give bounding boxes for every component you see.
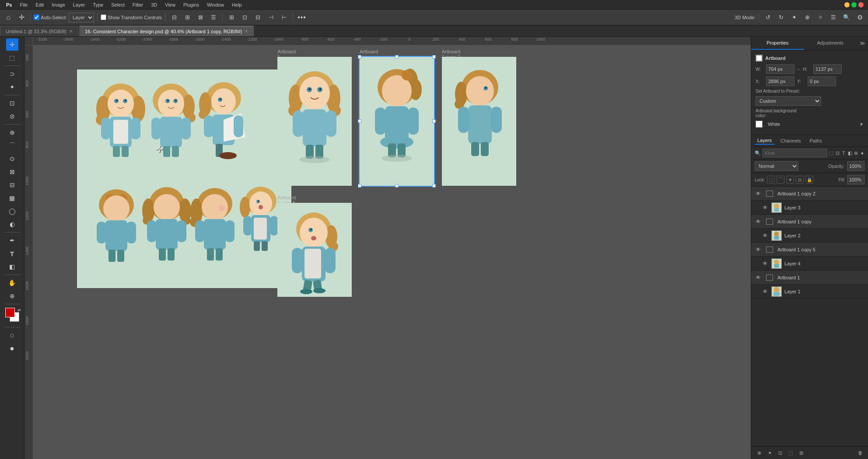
light-btn[interactable]: ✧ <box>815 12 826 23</box>
foreground-color-swatch[interactable] <box>5 308 15 317</box>
properties-collapse-btn[interactable]: ≫ <box>857 37 868 50</box>
delete-layer-btn[interactable]: 🗑 <box>856 449 864 457</box>
tab-adjustments[interactable]: Adjustments <box>804 37 857 50</box>
layers-tab-layers[interactable]: Layers <box>755 137 774 145</box>
layer-item-layer3[interactable]: 👁 Layer 3 <box>751 201 868 215</box>
handle-br[interactable] <box>432 184 436 188</box>
distribute-bottom-btn[interactable]: ⊟ <box>252 12 263 23</box>
layer-vis-layer3[interactable]: 👁 <box>762 204 769 211</box>
filter-pixel-btn[interactable]: ⬚ <box>829 149 833 157</box>
lock-image-btn[interactable]: ⌒ <box>777 176 784 184</box>
hand-tool[interactable]: ✋ <box>6 277 18 289</box>
auto-select-checkbox[interactable] <box>34 14 39 20</box>
gradient-tool[interactable]: ▦ <box>6 192 18 204</box>
close-btn[interactable] <box>858 2 864 7</box>
menu-image[interactable]: Image <box>48 1 69 8</box>
menu-window[interactable]: Window <box>203 1 228 8</box>
layer-vis-artboard1copy[interactable]: 👁 <box>755 218 762 225</box>
tab-close-consistent[interactable]: ✕ <box>245 29 248 34</box>
layers-search-input[interactable] <box>763 149 827 157</box>
show-transform-checkbox[interactable] <box>101 14 106 20</box>
screen-mode-btn[interactable]: ⬢ <box>6 342 18 355</box>
handle-mr[interactable] <box>432 119 436 123</box>
layer-item-layer4[interactable]: 👁 Layer 4 <box>751 257 868 271</box>
auto-select-dropdown[interactable]: Layer <box>69 13 94 22</box>
zoom-tool[interactable]: ⊕ <box>6 290 18 302</box>
tab-consistent-char[interactable]: 16- Consistent Character design.psd @ 40… <box>79 26 254 36</box>
blur-tool[interactable]: ◯ <box>6 205 18 217</box>
marquee-tool[interactable]: ⬚ <box>6 52 18 64</box>
layer-vis-layer1[interactable]: 👁 <box>762 288 769 295</box>
blend-mode-select[interactable]: Normal <box>755 161 798 171</box>
bg-color-dropdown-arrow[interactable]: ▼ <box>859 122 864 127</box>
camera-btn[interactable]: ⊕ <box>802 12 813 23</box>
handle-bc[interactable] <box>395 184 399 188</box>
menu-type[interactable]: Type <box>89 1 107 8</box>
handle-bl[interactable] <box>358 184 361 188</box>
layer-vis-artboard1copy5[interactable]: 👁 <box>755 246 762 253</box>
distribute-right-btn[interactable]: ⊢ <box>278 12 290 23</box>
distribute-center-btn[interactable]: ⊡ <box>239 12 250 23</box>
prop-y-input[interactable] <box>808 76 836 86</box>
tab-properties[interactable]: Properties <box>751 37 804 50</box>
filter-shape-btn[interactable]: ◧ <box>848 149 852 157</box>
magic-wand-tool[interactable]: ✦ <box>6 81 18 93</box>
artboard-main[interactable]: ✛ <box>77 70 291 288</box>
filter-type-btn[interactable]: T <box>841 149 846 157</box>
prop-width-input[interactable] <box>766 64 794 74</box>
handle-tr[interactable] <box>432 55 436 59</box>
lock-all-btn[interactable]: 🔒 <box>805 176 813 184</box>
dodge-tool[interactable]: ◐ <box>6 218 18 230</box>
layer-vis-artboard1copy2[interactable]: 👁 <box>755 190 762 197</box>
menu-view[interactable]: View <box>161 1 179 8</box>
add-mask-btn[interactable]: ⊡ <box>776 449 784 457</box>
settings-btn[interactable]: ⚙ <box>854 12 865 23</box>
new-layer-btn[interactable]: ⊞ <box>797 449 805 457</box>
align-full-btn[interactable]: ☰ <box>208 12 219 23</box>
more-options-btn[interactable]: ••• <box>296 12 308 23</box>
quick-mask-btn[interactable]: ⬡ <box>6 329 18 341</box>
history-brush-tool[interactable]: ⊠ <box>6 166 18 178</box>
artboard1copy2[interactable] <box>442 57 516 186</box>
prop-x-input[interactable] <box>766 76 794 86</box>
text-tool[interactable]: T <box>6 247 18 260</box>
menu-ps[interactable]: Ps <box>3 1 15 8</box>
maximize-btn[interactable] <box>851 2 857 7</box>
canvas-viewport[interactable]: ✛ Artboard 1 <box>33 45 751 459</box>
shape-tool[interactable]: ◧ <box>6 261 18 273</box>
crop-tool[interactable]: ⊡ <box>6 97 18 109</box>
link-layers-btn[interactable]: ⊕ <box>755 449 763 457</box>
layer-vis-artboard1[interactable]: 👁 <box>755 274 762 281</box>
preset-select[interactable]: Custom <box>756 96 821 106</box>
layer-item-artboard1[interactable]: 👁 Artboard 1 <box>751 271 868 285</box>
lock-position-btn[interactable]: ✛ <box>786 176 794 184</box>
menu-file[interactable]: File <box>16 1 31 8</box>
menu-plugins[interactable]: Plugins <box>180 1 203 8</box>
menu-layer[interactable]: Layer <box>70 1 89 8</box>
bg-color-swatch[interactable] <box>756 121 763 128</box>
filter-toggle-btn[interactable]: ● <box>860 149 864 157</box>
artboard1[interactable] <box>277 57 352 186</box>
menu-3d[interactable]: 3D <box>147 1 161 8</box>
menu-filter[interactable]: Filter <box>129 1 147 8</box>
fill-input[interactable] <box>847 175 864 184</box>
minimize-btn[interactable] <box>844 2 850 7</box>
layer-item-layer1[interactable]: 👁 Layer 1 <box>751 285 868 299</box>
artboard1copy5[interactable] <box>277 203 352 297</box>
handle-tl[interactable] <box>358 55 361 59</box>
eyedropper-tool[interactable]: ⊘ <box>6 110 18 122</box>
layer-vis-layer4[interactable]: 👁 <box>762 260 769 267</box>
handle-ml[interactable] <box>358 119 361 123</box>
filter-smart-btn[interactable]: ⊕ <box>854 149 858 157</box>
layer-vis-layer2[interactable]: 👁 <box>762 232 769 239</box>
layers-tab-paths[interactable]: Paths <box>807 137 825 144</box>
reset-btn[interactable]: ↻ <box>775 12 787 23</box>
move-tool[interactable]: ✛ <box>6 38 18 51</box>
align-left-btn[interactable]: ⊟ <box>168 12 180 23</box>
distribute-left-btn[interactable]: ⊣ <box>265 12 276 23</box>
opacity-input[interactable] <box>847 161 864 171</box>
eraser-tool[interactable]: ⊟ <box>6 179 18 191</box>
pen-tool[interactable]: ✒ <box>6 234 18 247</box>
add-style-btn[interactable]: ✦ <box>765 449 774 457</box>
filter-adjust-btn[interactable]: ⊡ <box>835 149 840 157</box>
